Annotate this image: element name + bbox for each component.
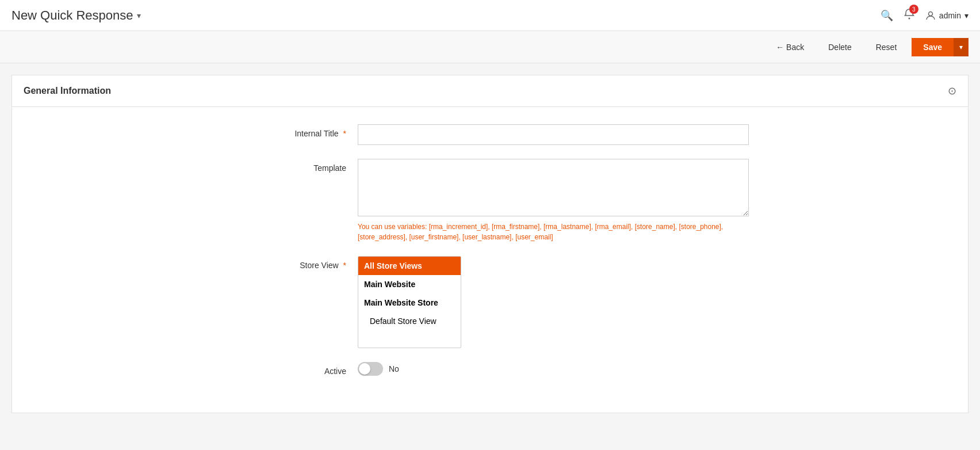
svg-point-1: [928, 12, 932, 16]
store-view-field: All Store ViewsMain WebsiteMain Website …: [358, 256, 749, 348]
section-header[interactable]: General Information ⊙: [12, 75, 968, 107]
notifications-icon[interactable]: 3: [904, 8, 915, 22]
admin-user[interactable]: admin ▾: [925, 10, 968, 21]
page-content: General Information ⊙ Internal Title * T…: [0, 63, 980, 436]
internal-title-input[interactable]: [358, 124, 749, 145]
store-view-label: Store View *: [231, 256, 358, 270]
toggle-track[interactable]: [358, 362, 383, 376]
title-dropdown-arrow[interactable]: ▾: [137, 11, 141, 20]
save-button-group: Save ▾: [912, 38, 968, 56]
template-field: You can use variables: [rma_increment_id…: [358, 159, 749, 242]
store-view-required: *: [343, 261, 346, 270]
header-actions: 🔍 3 admin ▾: [881, 8, 968, 22]
internal-title-row: Internal Title *: [231, 124, 749, 145]
store-view-select[interactable]: All Store ViewsMain WebsiteMain Website …: [358, 256, 461, 348]
active-label: Active: [231, 362, 358, 376]
page-title: New Quick Response ▾: [12, 8, 141, 23]
svg-point-0: [908, 18, 910, 20]
section-title: General Information: [24, 86, 111, 96]
store-view-row: Store View * All Store ViewsMain Website…: [231, 256, 749, 348]
active-toggle[interactable]: [358, 362, 383, 376]
active-row: Active No: [231, 362, 749, 376]
page-toolbar: ← Back Delete Reset Save ▾: [0, 31, 980, 63]
section-toggle-icon[interactable]: ⊙: [948, 85, 956, 97]
internal-title-field: [358, 124, 749, 145]
general-information-section: General Information ⊙ Internal Title * T…: [12, 75, 968, 413]
active-status: No: [389, 364, 399, 373]
template-textarea[interactable]: [358, 159, 749, 216]
notification-count: 3: [909, 5, 918, 14]
template-label: Template: [231, 159, 358, 173]
required-mark: *: [343, 129, 346, 138]
reset-button[interactable]: Reset: [867, 38, 906, 56]
template-row: Template You can use variables: [rma_inc…: [231, 159, 749, 242]
admin-dropdown-arrow[interactable]: ▾: [964, 11, 968, 20]
delete-button[interactable]: Delete: [819, 38, 860, 56]
save-dropdown-button[interactable]: ▾: [954, 38, 968, 56]
admin-label: admin: [939, 11, 961, 20]
active-field: No: [358, 362, 749, 376]
search-icon[interactable]: 🔍: [881, 9, 893, 22]
toggle-thumb: [359, 363, 370, 375]
page-header: New Quick Response ▾ 🔍 3 admin ▾: [0, 0, 980, 31]
variables-hint: You can use variables: [rma_increment_id…: [358, 222, 749, 242]
internal-title-label: Internal Title *: [231, 124, 358, 138]
back-button[interactable]: ← Back: [767, 38, 813, 56]
section-body: Internal Title * Template You can use va…: [12, 107, 968, 413]
save-button[interactable]: Save: [912, 38, 954, 56]
